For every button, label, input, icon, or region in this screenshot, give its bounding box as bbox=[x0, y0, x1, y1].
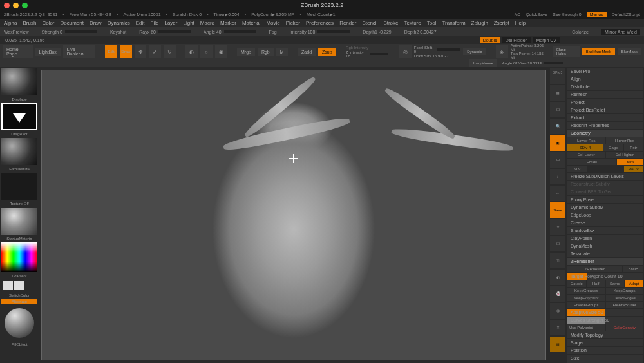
floor-icon[interactable]: ⊞ bbox=[550, 152, 565, 168]
move-mode-btn[interactable]: ✥ bbox=[135, 45, 147, 58]
dragrect-thumb[interactable] bbox=[1, 103, 37, 130]
angle-slider[interactable]: Angle 40 bbox=[204, 30, 256, 34]
persp-icon[interactable]: ▣ bbox=[550, 135, 565, 151]
keeppoly-btn[interactable]: KeepPolypaint bbox=[567, 295, 605, 301]
rp-crease[interactable]: Crease bbox=[567, 219, 643, 226]
closeholes-btn[interactable]: Close Holes bbox=[553, 46, 580, 57]
focal-icon[interactable]: ◎ bbox=[399, 45, 412, 58]
m-btn[interactable]: M bbox=[276, 48, 288, 56]
viewport[interactable] bbox=[41, 70, 546, 360]
sdiv-slider[interactable]: SDiv 4 bbox=[567, 144, 603, 151]
actual-icon[interactable]: ⊡ bbox=[550, 102, 565, 117]
waxpreview-btn[interactable]: WaxPreview bbox=[4, 30, 29, 34]
rp-stager[interactable]: Stager bbox=[567, 339, 643, 346]
sculptris-btn[interactable]: ○ bbox=[200, 45, 213, 58]
morphuv-btn[interactable]: Morph UV bbox=[533, 37, 560, 43]
etchtexture-thumb[interactable] bbox=[1, 138, 37, 165]
xyz-icon[interactable]: ✦ bbox=[550, 219, 565, 235]
transp-icon[interactable]: ◐ bbox=[550, 270, 565, 285]
cage-btn[interactable]: Cage bbox=[603, 144, 623, 151]
rp-edgeloop[interactable]: EdgeLoop bbox=[567, 211, 643, 219]
menu-zscript[interactable]: Zscript bbox=[494, 20, 509, 26]
menu-preferences[interactable]: Preferences bbox=[306, 20, 334, 26]
rp-bevelpro[interactable]: Bevel Pro bbox=[567, 68, 643, 75]
mac-close[interactable] bbox=[4, 3, 10, 8]
liveboolean-btn[interactable]: Live Boolean bbox=[63, 45, 95, 58]
mac-max[interactable] bbox=[22, 3, 28, 8]
menu-stroke[interactable]: Stroke bbox=[383, 20, 398, 26]
rp-remesh[interactable]: Remesh bbox=[567, 91, 643, 98]
rstr-btn[interactable]: Rstr bbox=[624, 144, 644, 151]
menu-draw[interactable]: Draw bbox=[90, 20, 102, 26]
textureoff-thumb[interactable] bbox=[1, 173, 37, 200]
gizmo-btn[interactable]: ◐ bbox=[185, 45, 198, 58]
menu-marker[interactable]: Marker bbox=[220, 20, 236, 26]
menu-transform[interactable]: Transform bbox=[442, 20, 465, 26]
freezesub-btn[interactable]: Freeze SubDivision Levels bbox=[567, 173, 643, 180]
strength-slider[interactable]: Strength 0 bbox=[42, 30, 97, 34]
delhigher-btn[interactable]: Del Higher bbox=[606, 152, 644, 158]
scale-mode-btn[interactable]: ⤢ bbox=[149, 45, 161, 58]
rp-align[interactable]: Align bbox=[567, 75, 643, 83]
rp-extract[interactable]: Extract bbox=[567, 114, 643, 121]
swatch-alt[interactable] bbox=[14, 281, 24, 290]
rp-geometry-header[interactable]: Geometry bbox=[567, 130, 643, 137]
lazymouse-btn[interactable]: LazyMouse bbox=[469, 59, 497, 67]
rp-shadowbox[interactable]: ShadowBox bbox=[567, 227, 643, 234]
mrgb-btn[interactable]: Mrgb bbox=[237, 48, 255, 56]
swatch-main[interactable] bbox=[3, 281, 13, 290]
menu-color[interactable]: Color bbox=[42, 20, 54, 26]
menu-file[interactable]: File bbox=[151, 20, 159, 26]
fog-btn[interactable]: Fog bbox=[269, 30, 277, 34]
suv-btn[interactable]: Suv bbox=[567, 166, 587, 172]
homepage-btn[interactable]: Home Page bbox=[3, 45, 33, 58]
displace-thumb[interactable] bbox=[1, 68, 37, 95]
adaptivesize-slider[interactable]: AdaptiveSize 50 bbox=[567, 309, 643, 316]
zoom-icon[interactable]: 🔍 bbox=[550, 119, 565, 134]
zremesher-btn[interactable]: ZRemesher bbox=[567, 266, 622, 272]
frame-icon[interactable]: ⊡ bbox=[550, 236, 565, 251]
lowerres-btn[interactable]: Lower Res bbox=[567, 137, 605, 144]
intensity-slider[interactable]: Intensity 100 bbox=[290, 30, 350, 34]
blurmask-btn[interactable]: BlurMask bbox=[618, 48, 641, 55]
menu-movie[interactable]: Movie bbox=[266, 20, 279, 26]
rp-redshift[interactable]: Redshift Properties bbox=[567, 122, 643, 129]
zsub-btn[interactable]: Zsub bbox=[318, 48, 336, 56]
rp-basrelief[interactable]: Project BasRelief bbox=[567, 106, 643, 113]
defaultzscript[interactable]: DefaultZScript bbox=[612, 12, 640, 17]
freezeborder-btn[interactable]: FreezeBorder bbox=[606, 302, 644, 308]
curvesstrength-slider[interactable]: Curves Strength 50 bbox=[567, 317, 643, 324]
menu-light[interactable]: Light bbox=[183, 20, 194, 26]
quicksave-btn[interactable]: QuickSave bbox=[526, 12, 547, 17]
basic-btn[interactable]: Basic bbox=[623, 266, 643, 272]
localy-icon[interactable]: ↔ bbox=[550, 186, 565, 201]
smt-btn[interactable]: Smt bbox=[617, 159, 643, 165]
localx-icon[interactable]: ↕ bbox=[550, 169, 565, 184]
focalshift-slider[interactable]: Focal Shift 0 bbox=[414, 46, 460, 54]
ghost-icon[interactable]: 👻 bbox=[550, 286, 565, 302]
drawsize-slider[interactable]: Draw Size 16.97027 bbox=[414, 54, 460, 58]
menu-tool[interactable]: Tool bbox=[427, 20, 437, 26]
menu-texture[interactable]: Texture bbox=[404, 20, 421, 26]
depth2-slider[interactable]: Depth2 0.00427 bbox=[404, 30, 437, 34]
preview-sphere[interactable] bbox=[5, 308, 34, 338]
delhidden-btn[interactable]: Del Hidden bbox=[502, 37, 531, 43]
menus-btn[interactable]: Menus bbox=[587, 12, 607, 17]
angleofview-slider[interactable]: Angle Of View 38.3333 bbox=[502, 61, 564, 65]
rp-modifytopo[interactable]: Modify Topology bbox=[567, 331, 643, 338]
mirror-btn[interactable]: Mirror And Weld bbox=[601, 29, 640, 35]
dynamesh-btn[interactable]: ◉ bbox=[215, 45, 227, 58]
rgb-btn[interactable]: Rgb bbox=[258, 48, 274, 56]
higherres-btn[interactable]: Higher Res bbox=[606, 137, 644, 144]
menu-document[interactable]: Document bbox=[61, 20, 84, 26]
rp-dynsubdiv[interactable]: Dynamic Subdiv bbox=[567, 204, 643, 211]
keepgroups-btn[interactable]: KeepGroups bbox=[606, 288, 644, 294]
menu-brush[interactable]: Brush bbox=[23, 20, 36, 26]
fillobject-label[interactable]: FillObject bbox=[1, 342, 37, 347]
reuv-btn[interactable]: ReUV bbox=[624, 166, 643, 172]
polyf-icon[interactable]: ◫ bbox=[550, 253, 565, 268]
menu-dynamics[interactable]: Dynamics bbox=[108, 20, 130, 26]
targetpoly-slider[interactable]: Target Polygons Count 10 bbox=[567, 273, 643, 280]
menu-picker[interactable]: Picker bbox=[286, 20, 300, 26]
spix-slider[interactable]: SPix 3 bbox=[550, 68, 565, 84]
